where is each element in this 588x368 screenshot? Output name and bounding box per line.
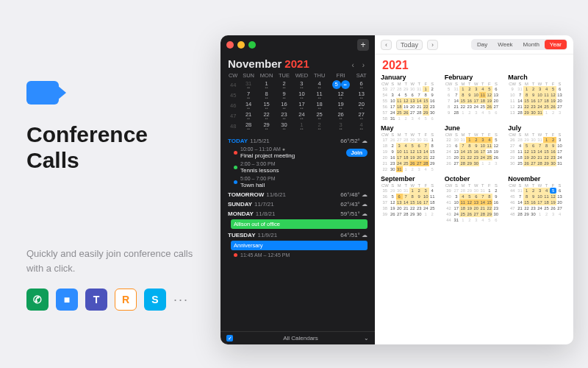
mini-calendar[interactable]: CWSUNMONTUEWEDTHUFRISAT4431••1••2••3••4•… [220, 71, 375, 134]
join-call-button[interactable]: Join [346, 149, 368, 157]
year-month-march[interactable]: MarchCWSMTWTFS93112345610789101112131114… [508, 74, 567, 121]
agenda-day-header: MONDAY11/8/2159°/51° ☁ [220, 208, 375, 218]
agenda-event[interactable]: 5:00 – 7:00 PMTown hall [220, 174, 375, 189]
agenda-list: TODAY11/5/2166°/52° ☁10:00 – 11:10 AM ●F… [220, 134, 375, 331]
zoom-traffic-light[interactable] [248, 41, 256, 49]
minimize-traffic-light[interactable] [237, 41, 245, 49]
all-day-event[interactable]: Anniversary [231, 241, 368, 250]
year-label: 2021 [375, 54, 573, 74]
sidebar-month: November [228, 57, 282, 70]
month-nav[interactable]: ‹ › [352, 61, 368, 69]
footer-checkbox[interactable]: ✓ [226, 335, 233, 342]
today-button[interactable]: Today [396, 40, 423, 50]
service-icons: ✆■TRS··· [26, 289, 203, 311]
agenda-event[interactable]: 10:00 – 11:10 AM ●Final project meetingJ… [220, 145, 375, 160]
agenda-day-header: TODAY11/5/2166°/52° ☁ [220, 135, 375, 145]
chevron-down-icon: ⌄ [364, 335, 369, 342]
year-month-october[interactable]: OctoberCWSMTWTFS392728293031124034567894… [445, 175, 504, 223]
year-month-february[interactable]: FebruaryCWSMTWTFS53112345667891011121371… [445, 74, 504, 121]
agenda-event[interactable]: 2:00 – 3:00 PMTennis lessons [220, 160, 375, 174]
agenda-day-header: SUNDAY11/7/2162°/43° ☁ [220, 199, 375, 208]
year-month-january[interactable]: JanuaryCWSMTWTFS532728293031125434567895… [381, 74, 440, 121]
view-segmented-control[interactable]: DayWeekMonthYear [471, 39, 567, 50]
calendar-app-window: + November 2021 ‹ › CWSUNMONTUEWEDTHUFRI… [220, 35, 573, 344]
ringcentral-icon: R [115, 289, 137, 311]
promo-subtitle: Quickly and easily join conference calls… [26, 247, 203, 275]
view-day[interactable]: Day [472, 40, 492, 49]
year-month-september[interactable]: SeptemberCWSMTWTFS3529303112343656789101… [381, 175, 440, 223]
sidebar-year: 2021 [284, 57, 309, 70]
close-traffic-light[interactable] [226, 41, 234, 49]
more-services-icon: ··· [173, 292, 189, 308]
next-button[interactable]: › [427, 40, 438, 50]
add-event-button[interactable]: + [357, 39, 369, 51]
year-grid[interactable]: JanuaryCWSMTWTFS532728293031125434567895… [375, 74, 573, 344]
video-camera-icon [26, 81, 59, 105]
agenda-event[interactable]: 11:45 AM – 12:45 PM [220, 251, 375, 259]
zoom-icon: ■ [56, 289, 78, 311]
year-month-june[interactable]: JuneCWSMTWTFS223031123452367891011122413… [445, 124, 504, 172]
agenda-day-header: TOMORROW11/6/2166°/48° ☁ [220, 189, 375, 199]
view-year[interactable]: Year [545, 40, 567, 49]
skype-icon: S [144, 289, 166, 311]
prev-button[interactable]: ‹ [381, 40, 392, 50]
all-day-event[interactable]: Allison out of office [231, 219, 368, 229]
year-month-may[interactable]: MayCWSMTWTFS1726272829303111823456781991… [381, 124, 440, 172]
view-week[interactable]: Week [492, 40, 517, 49]
agenda-day-header: TUESDAY11/9/2164°/51° ☁ [220, 230, 375, 239]
promo-title: Conference Calls [26, 122, 203, 173]
view-month[interactable]: Month [518, 40, 545, 49]
year-month-november[interactable]: NovemberCWSMTWTFS44311234564578910111213… [508, 175, 567, 223]
year-month-july[interactable]: JulyCWSMTWTFS262829303112327456789102811… [508, 124, 567, 172]
teams-icon: T [85, 289, 107, 311]
calendar-selector[interactable]: All Calendars [283, 335, 318, 342]
hangouts-icon: ✆ [26, 289, 49, 311]
